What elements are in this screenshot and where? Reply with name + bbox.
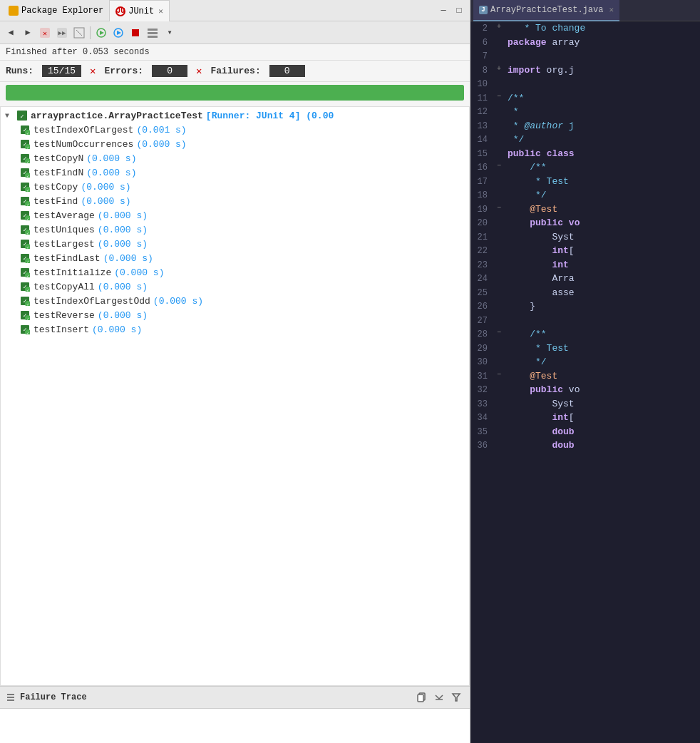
filter-trace-button[interactable]: [448, 690, 464, 705]
code-line: 33 Syst: [470, 397, 700, 411]
line-content: doub: [505, 425, 700, 439]
test-pass-indicator: ✓ ✓: [19, 295, 31, 307]
line-number: 36: [470, 439, 493, 452]
svg-rect-12: [148, 32, 158, 34]
dropdown-button[interactable]: ▾: [162, 25, 177, 41]
test-item[interactable]: ✓ ✓ testInitialize (0.000 s): [18, 265, 466, 280]
editor-tab-close[interactable]: ✕: [609, 5, 614, 14]
test-pass-indicator: ✓ ✓: [19, 181, 31, 193]
test-name: testInsert: [34, 324, 89, 335]
back-button[interactable]: ◀: [3, 25, 19, 41]
svg-text:✓: ✓: [26, 288, 29, 292]
run-all-button[interactable]: [93, 25, 109, 41]
line-number: 27: [470, 314, 493, 327]
status-bar: Finished after 0.053 seconds: [0, 44, 470, 61]
code-line: 12 *: [470, 105, 700, 119]
stop-button[interactable]: [128, 25, 143, 41]
code-line: 18 */: [470, 188, 700, 203]
test-item[interactable]: ✓ ✓ testReverse (0.000 s): [18, 308, 466, 322]
run-selected-button[interactable]: [110, 25, 126, 41]
line-content: Arra: [505, 272, 700, 286]
code-line: 17 * Test: [470, 175, 700, 189]
line-gutter[interactable]: −: [493, 91, 505, 102]
test-pass-indicator: ✓ ✓: [19, 324, 31, 335]
test-item[interactable]: ✓ ✓ testLargest (0.000 s): [18, 237, 466, 251]
tab-package-explorer[interactable]: Package Explorer: [3, 0, 109, 21]
history-button[interactable]: [71, 25, 87, 41]
code-line: 8+import org.j: [470, 63, 700, 78]
code-line: 22 int[: [470, 244, 700, 258]
test-pass-indicator: ✓ ✓: [19, 167, 31, 178]
rerun-failed-button[interactable]: ▶▶: [54, 25, 70, 41]
minimize-button[interactable]: ─: [436, 3, 451, 19]
test-item[interactable]: ✓ ✓ testCopyAll (0.000 s): [18, 280, 466, 294]
test-item[interactable]: ✓ ✓ testCopy (0.000 s): [18, 180, 466, 194]
line-gutter[interactable]: −: [493, 327, 505, 338]
line-gutter[interactable]: −: [493, 160, 505, 171]
test-item[interactable]: ✓ ✓ testIndexOfLargestOdd (0.000 s): [18, 294, 466, 308]
layout-button[interactable]: [145, 25, 160, 41]
code-area[interactable]: 2+ * To change6package array78+import or…: [470, 21, 700, 743]
rerun-button[interactable]: ✕: [37, 25, 53, 41]
line-gutter[interactable]: −: [493, 369, 505, 380]
errors-icon: ✕: [90, 65, 96, 77]
test-item[interactable]: ✓ ✓ testFindN (0.000 s): [18, 165, 466, 180]
test-item[interactable]: ✓ ✓ testAverage (0.000 s): [18, 208, 466, 222]
line-number: 13: [470, 119, 493, 133]
runs-value: 15/15: [42, 65, 81, 77]
tree-toggle-icon[interactable]: ▼: [5, 112, 14, 120]
test-suite-root[interactable]: ▼ ✓ arraypractice.ArrayPracticeTest [Run…: [4, 108, 466, 123]
test-item[interactable]: ✓ ✓ testCopyN (0.000 s): [18, 151, 466, 165]
code-line: 11−/**: [470, 91, 700, 106]
test-time: (0.000 s): [86, 168, 136, 178]
svg-text:✓: ✓: [20, 113, 24, 121]
test-item[interactable]: ✓ ✓ testUniques (0.000 s): [18, 222, 466, 237]
test-item[interactable]: ✓ ✓ testIndexOfLargest (0.001 s): [18, 123, 466, 137]
test-name: testAverage: [34, 210, 95, 221]
line-number: 2: [470, 21, 493, 35]
svg-marker-9: [117, 31, 121, 35]
line-number: 18: [470, 188, 493, 202]
left-panel: Package Explorer JU JUnit ✕ ─ □ ◀ ▶ ✕ ▶▶: [0, 0, 470, 743]
maximize-button[interactable]: □: [451, 3, 467, 19]
line-number: 25: [470, 286, 493, 299]
toolbar-separator-1: [90, 26, 91, 39]
show-stacktrace-button[interactable]: [431, 690, 447, 705]
forward-button[interactable]: ▶: [20, 25, 36, 41]
line-gutter[interactable]: +: [493, 63, 505, 74]
test-pass-indicator: ✓ ✓: [19, 138, 31, 150]
line-content: asse: [505, 286, 700, 300]
test-item[interactable]: ✓ ✓ testInsert (0.000 s): [18, 322, 466, 337]
test-item[interactable]: ✓ ✓ testFind (0.000 s): [18, 194, 466, 208]
svg-text:✓: ✓: [26, 188, 29, 192]
test-tree[interactable]: ▼ ✓ arraypractice.ArrayPracticeTest [Run…: [0, 106, 470, 686]
editor-tab-file[interactable]: J ArrayPracticeTest.java ✕: [473, 0, 619, 21]
code-line: 14 */: [470, 133, 700, 147]
copy-failure-button[interactable]: [414, 690, 430, 705]
junit-icon: JU: [115, 6, 125, 16]
junit-toolbar: ◀ ▶ ✕ ▶▶: [0, 21, 470, 44]
line-number: 26: [470, 299, 493, 313]
line-content: package array: [505, 36, 700, 50]
test-item[interactable]: ✓ ✓ testNumOccurrences (0.000 s): [18, 137, 466, 151]
errors-label: Errors:: [104, 66, 143, 76]
tab-junit[interactable]: JU JUnit ✕: [109, 0, 170, 21]
svg-text:✓: ✓: [26, 317, 29, 320]
list-icon: [6, 692, 16, 702]
editor-tab-bar: J ArrayPracticeTest.java ✕: [470, 0, 700, 21]
stats-row: Runs: 15/15 ✕ Errors: 0 ✕ Failures: 0: [0, 61, 470, 82]
line-content: int: [505, 258, 700, 272]
line-gutter[interactable]: −: [493, 203, 505, 213]
svg-text:✓: ✓: [26, 245, 29, 249]
test-name: testIndexOfLargestOdd: [34, 296, 150, 307]
failure-trace-content: [0, 709, 470, 743]
line-gutter[interactable]: +: [493, 21, 505, 32]
code-line: 36 doub: [470, 439, 700, 453]
test-pass-indicator: ✓ ✓: [19, 153, 31, 164]
svg-rect-11: [148, 29, 158, 31]
editor-tab-label: ArrayPracticeTest.java: [490, 5, 603, 15]
line-content: import org.j: [505, 63, 700, 78]
junit-tab-close[interactable]: ✕: [158, 6, 163, 16]
code-line: 30 */: [470, 355, 700, 369]
test-item[interactable]: ✓ ✓ testFindLast (0.000 s): [18, 251, 466, 265]
